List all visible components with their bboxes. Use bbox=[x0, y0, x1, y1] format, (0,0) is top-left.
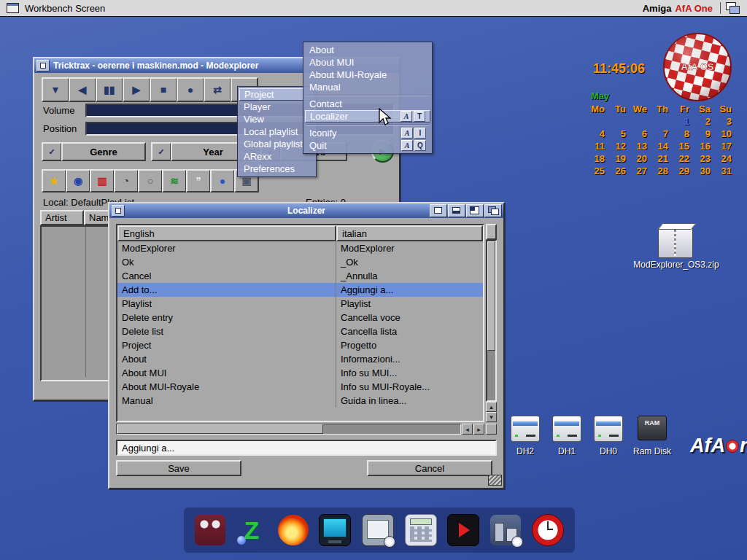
year-label: Year bbox=[203, 147, 222, 158]
scroll-down-button[interactable]: ▾ bbox=[486, 412, 497, 422]
menu-item-about[interactable]: About bbox=[305, 44, 430, 56]
horizontal-scroll-track[interactable] bbox=[116, 424, 461, 435]
disk-icon-dh0[interactable] bbox=[594, 416, 623, 442]
menu-item-quit[interactable]: Quit A Q bbox=[305, 139, 430, 152]
calendar-date: 7 bbox=[651, 128, 673, 139]
menu-item-about-mui[interactable]: About MUI bbox=[305, 56, 430, 69]
dock-icon-alarm-clock[interactable] bbox=[532, 514, 564, 546]
shuffle-button[interactable]: ⇄ bbox=[204, 77, 231, 102]
dock-icon-window-manager[interactable] bbox=[362, 514, 394, 546]
disk-icon-dh2[interactable] bbox=[511, 416, 540, 442]
column-header-artist[interactable]: Artist bbox=[40, 210, 84, 225]
menu-item-iconify[interactable]: Iconify A I bbox=[305, 127, 430, 139]
eject-button[interactable]: ▼ bbox=[42, 77, 69, 102]
search-button[interactable]: ○ bbox=[138, 169, 163, 192]
list-item[interactable]: Delete listCancella lista bbox=[117, 324, 483, 338]
horizontal-scroll-knob[interactable] bbox=[117, 424, 323, 434]
dock-icon-movie-player[interactable] bbox=[195, 515, 225, 545]
list-item[interactable]: AboutInformazioni... bbox=[117, 352, 483, 366]
calendar-date: 14 bbox=[651, 141, 673, 152]
translation-input[interactable]: Aggiungi a... bbox=[116, 440, 497, 456]
zoom-gadget-icon[interactable] bbox=[466, 204, 484, 217]
vertical-scroll-track[interactable] bbox=[486, 240, 497, 402]
history-button[interactable]: ◔ bbox=[114, 169, 139, 192]
scroll-up-button[interactable]: ▴ bbox=[486, 402, 497, 412]
play-button[interactable]: ▶ bbox=[123, 77, 150, 102]
list-item[interactable]: ModExplorerModExplorer bbox=[117, 241, 483, 255]
wave-icon: ≋ bbox=[170, 175, 179, 187]
list-item[interactable]: ProjectProgetto bbox=[117, 338, 483, 352]
calendar-day-header: Fr bbox=[673, 104, 694, 114]
list-item[interactable]: PlaylistPlaylist bbox=[117, 297, 483, 311]
screen-title: Workbench Screen bbox=[25, 3, 105, 14]
favorite-button[interactable]: ★ bbox=[42, 169, 66, 192]
list-item[interactable]: Ok_Ok bbox=[117, 255, 483, 269]
screen-title-bar[interactable]: Workbench Screen Amiga AfA One bbox=[0, 0, 747, 17]
delete-button[interactable]: ▥ bbox=[90, 169, 115, 192]
dock-icon-media-viewer[interactable] bbox=[447, 514, 479, 546]
list-item-selected[interactable]: Add to...Aggiungi a... bbox=[117, 283, 483, 297]
prev-button[interactable]: ◀ bbox=[69, 77, 96, 102]
ball-text: AfA OS bbox=[681, 61, 713, 72]
menu-item-manual[interactable]: Manual bbox=[305, 81, 430, 93]
horizontal-scrollbar[interactable]: ◂ ▸ bbox=[116, 424, 484, 435]
depth-gadget-icon[interactable] bbox=[484, 204, 502, 217]
pause-button[interactable]: ▮▮ bbox=[96, 77, 123, 102]
list-item[interactable]: Cancel_Annulla bbox=[117, 269, 483, 283]
dock-icon-monitor[interactable] bbox=[319, 514, 351, 546]
cancel-button[interactable]: Cancel bbox=[367, 460, 492, 476]
column-header-english[interactable]: English bbox=[117, 225, 336, 241]
stop-button[interactable]: ■ bbox=[150, 77, 177, 102]
amiga-key-icon: A bbox=[401, 140, 413, 151]
zip-file-icon[interactable] bbox=[658, 228, 693, 258]
zip-file-label[interactable]: ModExplorer_OS3.zip bbox=[622, 260, 731, 270]
dock-icon-fireball[interactable] bbox=[278, 515, 309, 545]
menu-item-contact[interactable]: Contact bbox=[305, 98, 430, 110]
calendar-date: 23 bbox=[694, 153, 715, 164]
vertical-scroll-knob[interactable] bbox=[487, 241, 495, 351]
snapshot-gadget-icon[interactable] bbox=[430, 204, 447, 217]
dock-icon-calculator[interactable] bbox=[405, 514, 437, 546]
record-button[interactable]: ● bbox=[177, 77, 204, 102]
resize-gadget-icon[interactable] bbox=[488, 475, 502, 486]
menu-preferences[interactable]: Preferences bbox=[239, 163, 314, 175]
cd-button[interactable]: ◉ bbox=[66, 169, 90, 192]
localizer-title-bar[interactable]: Localizer bbox=[109, 203, 503, 218]
shortcut-key: T bbox=[414, 111, 425, 122]
clock-icon: ◔ bbox=[123, 175, 129, 187]
comment-button[interactable]: ” bbox=[186, 169, 211, 192]
desktop-calendar: May Mo Tu We Th Fr Sa Su 1 2 3 4 5 6 7 8… bbox=[588, 90, 736, 176]
list-item[interactable]: About MUIInfo su MUI... bbox=[117, 366, 483, 380]
screen-depth-gadget-icon[interactable] bbox=[720, 2, 743, 14]
genre-cycle-button[interactable]: Genre bbox=[61, 142, 146, 161]
calendar-date: 30 bbox=[694, 166, 715, 176]
translation-listview[interactable]: English italian ModExplorerModExplorer O… bbox=[116, 224, 484, 422]
list-item[interactable]: Delete entryCancella voce bbox=[117, 311, 483, 324]
column-header-italian[interactable]: italian bbox=[336, 225, 483, 241]
scroll-left-button[interactable]: ◂ bbox=[462, 424, 473, 435]
shortcut-key: I bbox=[414, 128, 426, 139]
menu-item-localizer[interactable]: Localizer A T bbox=[305, 110, 430, 122]
calendar-date: 12 bbox=[609, 141, 630, 152]
close-gadget-icon[interactable] bbox=[36, 60, 50, 71]
list-item[interactable]: About MUI-RoyaleInfo su MUI-Royale... bbox=[117, 380, 483, 394]
ram-disk-icon[interactable]: RAM bbox=[638, 416, 667, 440]
dock-icon-city-builder[interactable] bbox=[490, 515, 521, 545]
list-item[interactable]: ManualGuida in linea... bbox=[117, 394, 483, 408]
save-button[interactable]: Save bbox=[116, 460, 241, 476]
vertical-scrollbar[interactable]: ▴ ▾ bbox=[486, 224, 497, 422]
menu-item-about-mui-royale[interactable]: About MUI-Royale bbox=[305, 69, 430, 81]
sphere-button[interactable]: ● bbox=[210, 169, 235, 192]
disk-icon-dh1[interactable] bbox=[552, 416, 581, 442]
project-menu-dropdown: About About MUI About MUI-Royale Manual … bbox=[303, 42, 433, 154]
year-toggle-button[interactable]: ✓ bbox=[151, 142, 171, 161]
iconify-gadget-icon[interactable] bbox=[448, 204, 465, 217]
calendar-day-header: Tu bbox=[609, 104, 630, 114]
disk-label-ram[interactable]: Ram Disk bbox=[627, 446, 678, 456]
dock-icon-archiver[interactable]: Z bbox=[236, 515, 267, 545]
scroll-right-button[interactable]: ▸ bbox=[473, 424, 484, 435]
genre-toggle-button[interactable]: ✓ bbox=[42, 142, 62, 161]
calendar-date: 5 bbox=[609, 128, 630, 139]
brand-afaone: AfA One bbox=[675, 3, 713, 14]
equalizer-button[interactable]: ≋ bbox=[162, 169, 187, 192]
